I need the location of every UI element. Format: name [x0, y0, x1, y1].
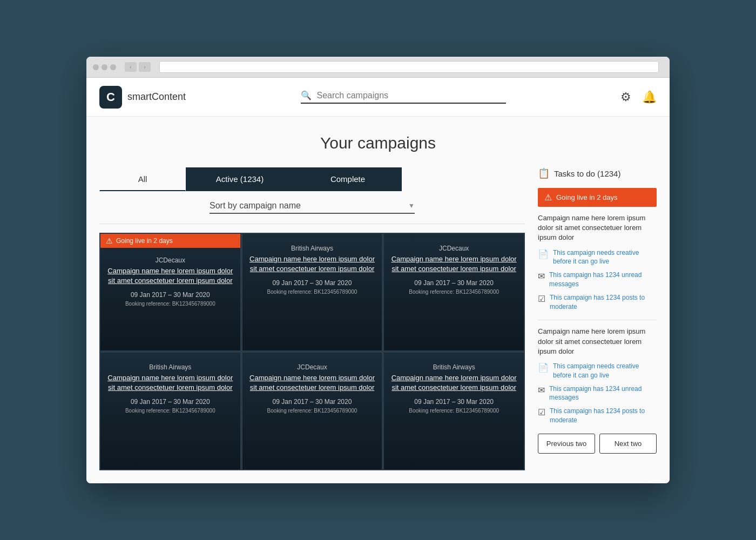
sort-bar: Sort by campaign name ▼	[99, 191, 525, 224]
alert-text: Going live in 2 days	[116, 237, 173, 245]
campaign-card[interactable]: British Airways Campaign name here lorem…	[383, 352, 525, 470]
tab-all[interactable]: All	[99, 167, 186, 191]
campaign-card[interactable]: JCDecaux Campaign name here lorem ipsum …	[383, 233, 525, 352]
task-campaign-name: Campaign name here lorem ipsum dolor sit…	[538, 213, 657, 243]
booking-ref: Booking reference: BK123456789000	[248, 408, 377, 414]
dot-maximize	[110, 64, 116, 70]
campaign-dates: 09 Jan 2017 – 30 Mar 2020	[248, 398, 377, 406]
next-two-button[interactable]: Next two	[599, 434, 657, 454]
browser-chrome: ‹ ›	[86, 57, 670, 78]
campaign-dates: 09 Jan 2017 – 30 Mar 2020	[389, 398, 518, 406]
pagination-buttons: Previous two Next two	[538, 434, 657, 454]
logo-area: C smartContent	[99, 86, 186, 109]
campaigns-area: All Active (1234) Complete Sort by campa…	[99, 167, 525, 470]
task-link-item[interactable]: ✉ This campaign has 1234 unread messages	[538, 271, 657, 289]
tasks-title: Tasks to do (1234)	[554, 169, 620, 178]
main-content: Your campaigns All Active (1234) Complet…	[86, 117, 670, 483]
browser-nav: ‹ ›	[125, 62, 151, 72]
dot-minimize	[102, 64, 107, 70]
sort-select[interactable]: Sort by campaign name ▼	[210, 201, 415, 214]
header-actions: ⚙ 🔔	[620, 90, 657, 104]
booking-ref: Booking reference: BK123456789000	[389, 289, 518, 295]
sidebar: 📋 Tasks to do (1234) ⚠ Going live in 2 d…	[538, 167, 657, 454]
task-link-item[interactable]: 📄 This campaign needs creative before it…	[538, 362, 657, 380]
task-campaign-name-2: Campaign name here lorem ipsum dolor sit…	[538, 327, 657, 356]
campaign-card[interactable]: ⚠ Going live in 2 days JCDecaux Campaign…	[99, 233, 241, 352]
check-circle-icon-2: ☑	[538, 407, 545, 417]
booking-ref: Booking reference: BK123456789000	[106, 301, 235, 307]
campaign-dates: 09 Jan 2017 – 30 Mar 2020	[248, 279, 377, 287]
notifications-button[interactable]: 🔔	[642, 90, 657, 104]
check-circle-icon: ☑	[538, 294, 545, 304]
company-name: British Airways	[389, 363, 518, 371]
task-link-moderate[interactable]: This campaign has 1234 posts to moderate	[550, 293, 657, 312]
task-link-item[interactable]: ☑ This campaign has 1234 posts to modera…	[538, 293, 657, 312]
header-search: 🔍	[186, 90, 620, 104]
campaign-title[interactable]: Campaign name here lorem ipsum dolor sit…	[106, 266, 235, 286]
booking-ref: Booking reference: BK123456789000	[106, 408, 235, 414]
booking-ref: Booking reference: BK123456789000	[248, 289, 377, 295]
sidebar-alert-icon: ⚠	[544, 192, 552, 202]
tabs: All Active (1234) Complete	[99, 167, 525, 191]
tasks-header: 📋 Tasks to do (1234)	[538, 167, 657, 181]
tab-active[interactable]: Active (1234)	[186, 167, 294, 191]
task-link-messages[interactable]: This campaign has 1234 unread messages	[549, 271, 657, 289]
dot-close	[93, 64, 99, 70]
sort-label: Sort by campaign name	[210, 201, 301, 211]
forward-btn[interactable]: ›	[139, 62, 151, 72]
task-link-creative[interactable]: This campaign needs creative before it c…	[553, 248, 657, 267]
alert-icon: ⚠	[106, 237, 113, 245]
search-wrapper: 🔍	[301, 90, 506, 104]
task-link-messages-2[interactable]: This campaign has 1234 unread messages	[549, 384, 657, 403]
task-divider	[538, 320, 657, 320]
campaign-card[interactable]: JCDecaux Campaign name here lorem ipsum …	[241, 352, 383, 470]
campaign-grid: ⚠ Going live in 2 days JCDecaux Campaign…	[99, 233, 525, 470]
campaign-title[interactable]: Campaign name here lorem ipsum dolor sit…	[389, 373, 518, 393]
company-name: JCDecaux	[248, 363, 377, 371]
campaign-dates: 09 Jan 2017 – 30 Mar 2020	[106, 398, 235, 406]
campaign-card[interactable]: British Airways Campaign name here lorem…	[241, 233, 383, 352]
campaign-title[interactable]: Campaign name here lorem ipsum dolor sit…	[248, 254, 377, 274]
tasks-icon: 📋	[538, 167, 550, 179]
previous-two-button[interactable]: Previous two	[538, 434, 595, 454]
search-input[interactable]	[317, 91, 506, 100]
task-link-moderate-2[interactable]: This campaign has 1234 posts to moderate	[550, 407, 657, 425]
content-layout: All Active (1234) Complete Sort by campa…	[99, 167, 657, 470]
sidebar-alert: ⚠ Going live in 2 days	[538, 188, 657, 207]
back-btn[interactable]: ‹	[125, 62, 137, 72]
doc-icon: 📄	[538, 249, 549, 259]
task-link-creative-2[interactable]: This campaign needs creative before it c…	[553, 362, 657, 380]
address-bar[interactable]	[159, 61, 659, 73]
campaign-title[interactable]: Campaign name here lorem ipsum dolor sit…	[248, 373, 377, 393]
sidebar-alert-text: Going live in 2 days	[556, 193, 617, 201]
alert-banner: ⚠ Going live in 2 days	[100, 234, 240, 248]
company-name: JCDecaux	[389, 245, 518, 252]
campaign-title[interactable]: Campaign name here lorem ipsum dolor sit…	[389, 254, 518, 274]
task-links: 📄 This campaign needs creative before it…	[538, 248, 657, 312]
campaign-dates: 09 Jan 2017 – 30 Mar 2020	[389, 279, 518, 287]
doc-icon-2: 📄	[538, 362, 549, 373]
booking-ref: Booking reference: BK123456789000	[389, 408, 518, 414]
company-name: British Airways	[248, 245, 377, 252]
task-link-item[interactable]: 📄 This campaign needs creative before it…	[538, 248, 657, 267]
tab-complete[interactable]: Complete	[294, 167, 402, 191]
mail-icon-2: ✉	[538, 385, 545, 395]
app-header: C smartContent 🔍 ⚙ 🔔	[86, 78, 670, 117]
page-title: Your campaigns	[99, 134, 657, 152]
task-link-item[interactable]: ☑ This campaign has 1234 posts to modera…	[538, 407, 657, 425]
logo-icon: C	[99, 86, 122, 109]
app-name: smartContent	[127, 91, 186, 103]
company-name: British Airways	[106, 363, 235, 371]
search-icon: 🔍	[301, 90, 312, 100]
campaign-title[interactable]: Campaign name here lorem ipsum dolor sit…	[106, 373, 235, 393]
task-link-item[interactable]: ✉ This campaign has 1234 unread messages	[538, 384, 657, 403]
company-name: JCDecaux	[106, 256, 235, 264]
campaign-card[interactable]: British Airways Campaign name here lorem…	[99, 352, 241, 470]
task-links-2: 📄 This campaign needs creative before it…	[538, 362, 657, 425]
campaign-dates: 09 Jan 2017 – 30 Mar 2020	[106, 291, 235, 299]
sort-arrow-icon: ▼	[408, 202, 415, 210]
mail-icon: ✉	[538, 271, 545, 281]
browser-dots	[93, 64, 116, 70]
settings-button[interactable]: ⚙	[620, 90, 631, 104]
